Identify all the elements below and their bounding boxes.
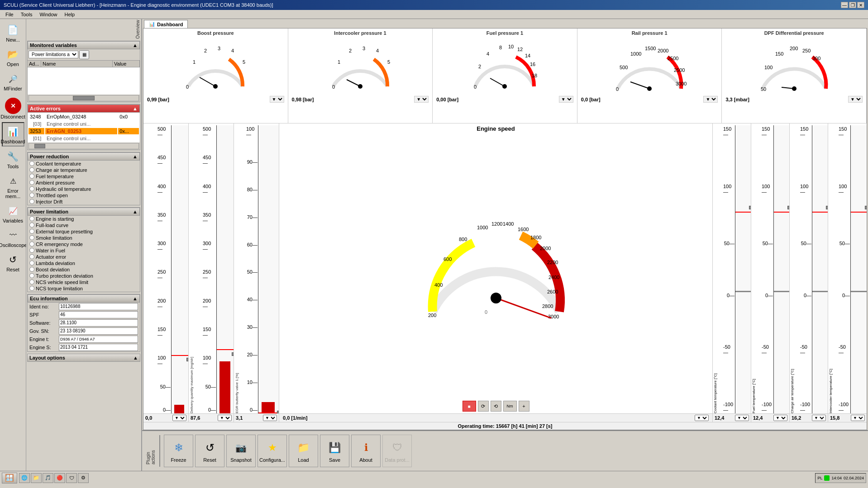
about-button[interactable]: ℹ About	[351, 435, 381, 467]
boost-pressure-dropdown[interactable]: ▼	[270, 96, 284, 103]
app-icon[interactable]: ⚙	[78, 473, 89, 483]
open-button[interactable]: 📂 Open	[2, 45, 24, 69]
pl-fullload-radio[interactable]	[29, 223, 34, 227]
ie-icon[interactable]: 🌐	[19, 473, 30, 483]
pr-throttle-radio[interactable]	[29, 193, 34, 198]
save-button[interactable]: 💾 Save	[320, 435, 349, 467]
engine-control-nm[interactable]: Nm	[503, 401, 517, 412]
fuel-temp-slider[interactable]	[787, 206, 789, 209]
monitored-variables-header[interactable]: Monitored variables ▲	[28, 41, 140, 49]
delivery-qty-max-slider[interactable]	[232, 352, 234, 356]
errormem-button[interactable]: ⚠ Error mem...	[2, 172, 24, 201]
ecu-software-value[interactable]	[59, 319, 138, 327]
menu-tools[interactable]: Tools	[17, 11, 36, 18]
minimize-btn[interactable]: —	[841, 2, 848, 8]
intercooler-slider[interactable]	[865, 206, 867, 209]
power-reduction-header[interactable]: Power reduction ▲	[28, 152, 140, 161]
ecu-spf-value[interactable]	[59, 311, 138, 318]
menu-help[interactable]: Help	[61, 11, 79, 18]
svg-text:2400: 2400	[548, 275, 559, 280]
pr-hydraulic-radio[interactable]	[29, 186, 34, 191]
active-errors-header[interactable]: Active errors ▲	[28, 104, 140, 113]
variables-button[interactable]: 📈 Variables	[2, 202, 24, 225]
charge-air-slider[interactable]	[826, 206, 828, 209]
load-button[interactable]: 📁 Load	[289, 435, 318, 467]
table-row[interactable]: 3253 ErrAGN_03253 0x...	[29, 128, 139, 134]
intercooler-temp-chart: Intercooler temperature [°C] 150— 100— 5…	[828, 123, 867, 422]
plugin-reset-button[interactable]: ↺ Reset	[195, 435, 224, 467]
opera-icon[interactable]: 🔴	[54, 473, 65, 483]
quick-launch: 🌐 📁 🎵 🔴 🛡 ⚙	[19, 473, 89, 483]
dashboard-button[interactable]: 📊 Dashboard	[2, 122, 24, 147]
delivery-qty-max-select[interactable]: ▼	[218, 415, 232, 421]
engine-control-1[interactable]: ⟳	[478, 401, 489, 412]
pr-fuel-radio[interactable]	[29, 174, 34, 179]
fuel-temp-select[interactable]: ▼	[773, 415, 787, 421]
pr-coolant-radio[interactable]	[29, 161, 34, 166]
power-limitation-header[interactable]: Power limitation ▲	[28, 208, 140, 216]
egr-select[interactable]: ▼	[263, 415, 277, 421]
intercooler-dropdown[interactable]: ▼	[414, 96, 429, 103]
monitored-scrollbar[interactable]	[29, 95, 139, 101]
pl-actuator-radio[interactable]	[29, 254, 34, 259]
anti-icon[interactable]: 🛡	[66, 473, 77, 483]
pr-ambient-radio[interactable]	[29, 180, 34, 185]
close-btn[interactable]: ✕	[857, 2, 864, 8]
pl-external-radio[interactable]	[29, 229, 34, 234]
egr-slider[interactable]	[277, 411, 279, 413]
errors-scrollbar[interactable]	[29, 143, 139, 149]
pl-cr-radio[interactable]	[29, 242, 34, 246]
pl-ncs-speed-radio[interactable]	[29, 280, 34, 284]
dpf-pressure-dropdown[interactable]: ▼	[848, 96, 863, 103]
disconnect-button[interactable]: ✕ Disconnect	[2, 96, 24, 121]
freeze-button[interactable]: ❄ Freeze	[164, 435, 193, 467]
fuel-pressure-dropdown[interactable]: ▼	[559, 96, 573, 103]
reset-button[interactable]: ↺ Reset	[2, 251, 24, 274]
error-code: ErrOpMon_03248	[45, 114, 117, 120]
pl-starting-radio[interactable]	[29, 216, 34, 221]
monitored-dropdown[interactable]: Power limitations and	[29, 51, 78, 58]
pl-lambda-radio[interactable]	[29, 261, 34, 265]
ecu-gov-value[interactable]	[59, 327, 138, 335]
dashboard-tab[interactable]: 📊 Dashboard	[144, 20, 188, 28]
pr-injector-radio[interactable]	[29, 199, 34, 204]
pr-coolant: Coolant temperature	[28, 161, 140, 167]
engine-control-stop[interactable]: ■	[463, 401, 476, 412]
ecu-engine-s-value[interactable]	[59, 344, 138, 351]
ecu-ident-value[interactable]	[59, 303, 138, 310]
folder-icon[interactable]: 📁	[31, 473, 42, 483]
monitored-grid-btn[interactable]: ▦	[79, 50, 89, 59]
start-button[interactable]: 🪟	[2, 473, 17, 483]
oscilloscope-button[interactable]: 〰 Oscilloscope	[2, 226, 24, 250]
engine-speed-dropdown[interactable]: ▼	[695, 415, 709, 421]
delivery-qty-select[interactable]: ▼	[172, 415, 186, 421]
intercooler-temp-select[interactable]: ▼	[851, 415, 865, 421]
media-icon[interactable]: 🎵	[43, 473, 53, 483]
pl-ncs-torque-radio[interactable]	[29, 286, 34, 291]
rail-pressure-dropdown[interactable]: ▼	[703, 96, 718, 103]
mfinder-button[interactable]: 🔎 MFinder	[2, 70, 24, 93]
coolant-slider[interactable]	[749, 206, 751, 209]
pl-boost-radio[interactable]	[29, 267, 34, 272]
layout-options-header[interactable]: Layout options ▲	[27, 354, 140, 362]
pl-turbo-radio[interactable]	[29, 273, 34, 278]
delivery-qty-slider[interactable]	[186, 358, 188, 361]
engine-control-plus[interactable]: +	[519, 401, 529, 412]
coolant-select[interactable]: ▼	[735, 415, 749, 421]
menu-file[interactable]: File	[2, 11, 17, 18]
tools-button[interactable]: 🔧 Tools	[2, 147, 24, 171]
menu-window[interactable]: Window	[36, 11, 61, 18]
pl-water-radio[interactable]	[29, 248, 34, 253]
charge-air-select[interactable]: ▼	[812, 415, 826, 421]
new-button[interactable]: 📄 New...	[2, 21, 24, 44]
engine-control-2[interactable]: ⟲	[491, 401, 501, 412]
dashboard-icon-tab: 📊	[149, 21, 155, 27]
pl-smoke-radio[interactable]	[29, 235, 34, 240]
reset-icon: ↺	[6, 252, 20, 267]
ecu-engine-t-value[interactable]	[59, 336, 138, 343]
pr-charge-radio[interactable]	[29, 167, 34, 172]
configure-button[interactable]: ★ Configura...	[258, 435, 287, 467]
restore-btn[interactable]: ❐	[849, 2, 856, 8]
snapshot-button[interactable]: 📷 Snapshot	[226, 435, 256, 467]
ecu-info-header[interactable]: Ecu information ▲	[28, 294, 140, 303]
